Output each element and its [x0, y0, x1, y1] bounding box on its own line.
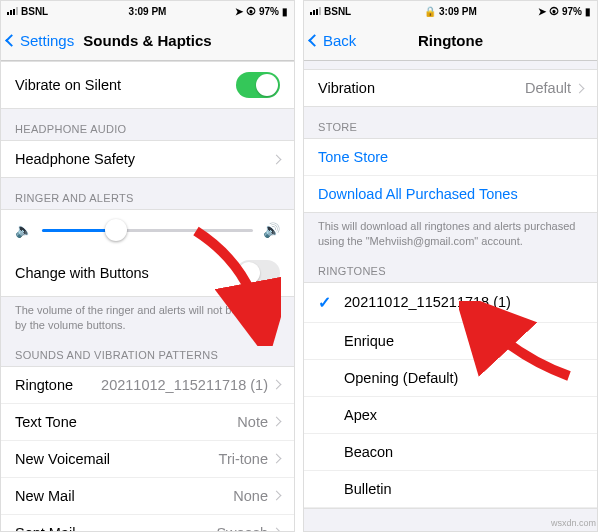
ringtone-screen: BSNL 🔒 3:09 PM ➤ ⦿ 97% ▮ Back Ringtone V… [303, 0, 598, 532]
chevron-right-icon [272, 454, 282, 464]
download-all-link: Download All Purchased Tones [318, 186, 518, 202]
page-title: Sounds & Haptics [83, 32, 211, 49]
back-button[interactable]: Back [310, 32, 356, 49]
download-purchased-row[interactable]: Download All Purchased Tones [304, 176, 597, 212]
ringtone-item[interactable]: Opening (Default) [304, 360, 597, 397]
slider-thumb[interactable] [105, 219, 127, 241]
tone-store-row[interactable]: Tone Store [304, 139, 597, 176]
nav-bar: Settings Sounds & Haptics [1, 21, 294, 61]
battery-percent: ⦿ 97% [246, 6, 279, 17]
chevron-right-icon [272, 380, 282, 390]
vibrate-silent-toggle[interactable] [236, 72, 280, 98]
headphone-audio-header: HEADPHONE AUDIO [1, 109, 294, 140]
chevron-left-icon [5, 34, 18, 47]
battery-percent: ⦿ 97% [549, 6, 582, 17]
back-button[interactable]: Settings [7, 32, 74, 49]
status-bar: BSNL 🔒 3:09 PM ➤ ⦿ 97% ▮ [304, 1, 597, 21]
volume-slider-row: 🔈 🔊 [1, 210, 294, 250]
chevron-left-icon [308, 34, 321, 47]
new-mail-row[interactable]: New Mail None [1, 478, 294, 515]
ringer-alerts-header: RINGER AND ALERTS [1, 178, 294, 209]
page-title: Ringtone [418, 32, 483, 49]
download-footer: This will download all ringtones and ale… [304, 213, 597, 251]
vibrate-silent-label: Vibrate on Silent [15, 77, 121, 93]
ringtone-item[interactable]: Enrique [304, 323, 597, 360]
sounds-patterns-header: SOUNDS AND VIBRATION PATTERNS [1, 335, 294, 366]
nav-bar: Back Ringtone [304, 21, 597, 61]
ringtone-row[interactable]: Ringtone 20211012_115211718 (1) [1, 367, 294, 404]
change-buttons-toggle[interactable] [236, 260, 280, 286]
location-icon: ➤ [538, 6, 546, 17]
location-icon: ➤ [235, 6, 243, 17]
speaker-low-icon: 🔈 [15, 222, 32, 238]
sound-patterns-list: Ringtone 20211012_115211718 (1) Text Ton… [1, 366, 294, 532]
vibration-label: Vibration [318, 80, 375, 96]
status-bar: BSNL 3:09 PM ➤ ⦿ 97% ▮ [1, 1, 294, 21]
headphone-safety-label: Headphone Safety [15, 151, 135, 167]
vibration-row[interactable]: Vibration Default [304, 70, 597, 106]
ringtones-list: ✓ 20211012_115211718 (1) Enrique Opening… [304, 282, 597, 509]
carrier-label: BSNL [324, 6, 351, 17]
chevron-right-icon [272, 528, 282, 532]
watermark: wsxdn.com [551, 518, 596, 528]
battery-icon: ▮ [585, 6, 591, 17]
speaker-high-icon: 🔊 [263, 222, 280, 238]
back-label: Settings [20, 32, 74, 49]
ringtone-item[interactable]: Apex [304, 397, 597, 434]
chevron-right-icon [575, 83, 585, 93]
chevron-right-icon [272, 154, 282, 164]
tone-store-link: Tone Store [318, 149, 388, 165]
ringtone-item[interactable]: Bulletin [304, 471, 597, 508]
chevron-right-icon [272, 491, 282, 501]
battery-icon: ▮ [282, 6, 288, 17]
store-header: STORE [304, 107, 597, 138]
sounds-haptics-screen: BSNL 3:09 PM ➤ ⦿ 97% ▮ Settings Sounds &… [0, 0, 295, 532]
clock: 3:09 PM [129, 6, 167, 17]
vibrate-silent-row[interactable]: Vibrate on Silent [1, 62, 294, 108]
back-label: Back [323, 32, 356, 49]
checkmark-icon: ✓ [318, 293, 336, 312]
volume-slider[interactable] [42, 229, 253, 232]
ringtone-item[interactable]: Beacon [304, 434, 597, 471]
signal-icon [7, 7, 18, 15]
headphone-safety-row[interactable]: Headphone Safety [1, 141, 294, 177]
text-tone-row[interactable]: Text Tone Note [1, 404, 294, 441]
ringtones-header: RINGTONES [304, 251, 597, 282]
chevron-right-icon [272, 417, 282, 427]
sent-mail-row[interactable]: Sent Mail Swoosh [1, 515, 294, 532]
ringtone-item-selected[interactable]: ✓ 20211012_115211718 (1) [304, 283, 597, 323]
volume-footer: The volume of the ringer and alerts will… [1, 297, 294, 335]
clock: 🔒 3:09 PM [424, 6, 477, 17]
change-buttons-label: Change with Buttons [15, 265, 149, 281]
signal-icon [310, 7, 321, 15]
carrier-label: BSNL [21, 6, 48, 17]
change-with-buttons-row[interactable]: Change with Buttons [1, 250, 294, 296]
new-voicemail-row[interactable]: New Voicemail Tri-tone [1, 441, 294, 478]
